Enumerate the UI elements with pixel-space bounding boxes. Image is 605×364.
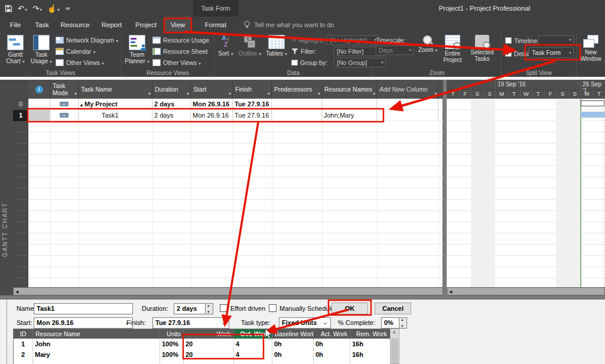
timeline-checkbox[interactable] xyxy=(505,37,512,44)
task-mode-cell[interactable] xyxy=(50,110,79,121)
add-new-cell[interactable] xyxy=(377,110,438,121)
timeline-checkbox-row[interactable]: Timeline xyxy=(505,35,537,46)
resource-id-cell[interactable]: 2 xyxy=(14,349,33,360)
team-planner-button[interactable]: Team Planner xyxy=(124,35,150,65)
info-cell[interactable] xyxy=(28,99,50,110)
summary-task-bar[interactable] xyxy=(581,100,604,106)
resource-names-cell[interactable] xyxy=(322,99,377,110)
cancel-button[interactable]: Cancel xyxy=(375,303,411,314)
redo-icon[interactable]: ↷▾ xyxy=(32,4,42,13)
highlight-control[interactable]: ✎ Highlight: [No Highlight] xyxy=(291,35,379,45)
finish-dropdown[interactable]: Tue 27.9.16 xyxy=(152,317,229,329)
new-window-button[interactable]: New Window xyxy=(578,35,604,62)
start-dropdown[interactable]: Mon 26.9.16 xyxy=(34,317,133,329)
column-header-start[interactable]: Start▾ xyxy=(191,80,233,99)
ok-button[interactable]: OK xyxy=(331,303,368,314)
other-resource-views-button[interactable]: Other Views xyxy=(152,57,201,67)
percent-complete-spinner[interactable] xyxy=(399,317,407,329)
add-new-cell[interactable] xyxy=(377,99,438,110)
details-view-dropdown[interactable]: Task Form xyxy=(529,47,574,58)
resource-row-empty[interactable] xyxy=(14,360,391,364)
calendar-button[interactable]: Calendar xyxy=(56,46,96,56)
predecessors-cell[interactable] xyxy=(272,99,322,110)
task-name-input[interactable]: Task1 xyxy=(34,303,133,314)
resource-sheet-button[interactable]: Resource Sheet xyxy=(152,46,207,56)
table-row[interactable]: ▴My Project 2 days Mon 26.9.16 Tue 27.9.… xyxy=(28,99,443,110)
task-mode-cell[interactable] xyxy=(50,99,79,110)
column-header-predecessors[interactable]: Predecessors▾ xyxy=(272,80,322,99)
column-header-task-name[interactable]: Task Name▾ xyxy=(79,80,152,99)
column-header-task-mode[interactable]: Task Mode▾ xyxy=(50,80,79,99)
rem-work-cell[interactable]: 16h xyxy=(350,349,389,360)
gantt-horizontal-scrollbar[interactable] xyxy=(447,287,605,295)
task-name-cell[interactable]: Task1 xyxy=(79,110,152,121)
tab-file[interactable]: File xyxy=(4,17,27,33)
finish-cell[interactable]: Tue 27.9.16 xyxy=(233,110,272,121)
effort-driven-checkbox[interactable] xyxy=(220,304,227,312)
filter-chevron-icon[interactable]: ▾ xyxy=(434,90,437,98)
resource-grid-scrollbar[interactable] xyxy=(390,329,399,364)
timescale-header[interactable]: 19 Sep '16 26 Sep '1 T F S S M T W T F S… xyxy=(447,80,605,99)
tab-task[interactable]: Task xyxy=(30,17,54,33)
filter-chevron-icon[interactable]: ▾ xyxy=(268,90,270,98)
act-work-cell[interactable]: 0h xyxy=(314,339,350,349)
percent-complete-input[interactable]: 0% xyxy=(381,317,399,329)
tab-view[interactable]: View xyxy=(165,17,191,33)
baseline-work-cell[interactable]: 0h xyxy=(272,339,314,349)
filter-chevron-icon[interactable]: ▾ xyxy=(74,90,77,98)
filter-chevron-icon[interactable]: ▾ xyxy=(187,90,189,98)
resource-usage-button[interactable]: Resource Usage xyxy=(152,35,209,45)
task-bar[interactable] xyxy=(581,112,605,118)
task-usage-button[interactable]: Task Usage xyxy=(28,35,54,65)
column-header-add-new[interactable]: Add New Column▾ xyxy=(377,80,438,99)
table-horizontal-scrollbar[interactable] xyxy=(13,287,443,295)
outline-button[interactable]: Outline xyxy=(237,35,263,57)
baseline-work-cell[interactable]: 0h xyxy=(272,349,314,360)
task-name-cell[interactable]: ▴My Project xyxy=(79,99,152,110)
predecessors-cell[interactable] xyxy=(272,110,322,121)
manually-scheduled-checkbox[interactable] xyxy=(269,304,277,312)
tell-me-box[interactable]: Tell me what you want to do xyxy=(243,17,334,33)
customize-qat-icon[interactable]: ≂ xyxy=(65,5,70,12)
resource-row[interactable]: 1 John 100% 20 4 0h 0h 16h xyxy=(14,339,391,349)
sort-button[interactable]: A↓Z Sort xyxy=(216,35,236,57)
timeline-view-dropdown[interactable] xyxy=(538,35,574,45)
resource-names-cell[interactable]: John;Mary xyxy=(322,110,377,121)
column-header-duration[interactable]: Duration▾ xyxy=(152,80,191,99)
task-type-dropdown[interactable]: Fixed Units xyxy=(279,317,331,329)
work-cell[interactable]: 20 xyxy=(184,339,234,349)
filter-control[interactable]: Filter: [No Filter] xyxy=(291,46,316,56)
row-id-1[interactable]: 1 xyxy=(13,110,28,121)
resource-name-cell[interactable]: John xyxy=(33,339,160,349)
rem-work-cell[interactable]: 16h xyxy=(350,339,389,349)
duration-input[interactable]: 2 days xyxy=(174,303,206,314)
column-header-resource-names[interactable]: Resource Names▾ xyxy=(322,80,377,99)
duration-cell[interactable]: 2 days xyxy=(152,99,191,110)
row-id-0[interactable]: 0 xyxy=(13,99,28,110)
highlight-dropdown[interactable]: [No Highlight] xyxy=(327,35,379,45)
act-work-cell[interactable]: 0h xyxy=(314,349,350,360)
column-header-info[interactable]: i xyxy=(28,80,50,99)
work-cell[interactable]: 20 xyxy=(184,349,234,360)
start-cell[interactable]: Mon 26.9.16 xyxy=(191,110,233,121)
timescale-dropdown[interactable]: Days xyxy=(376,46,414,55)
column-header-finish[interactable]: Finish▾ xyxy=(233,80,272,99)
horizontal-split-bar[interactable] xyxy=(0,295,605,300)
duration-spinner[interactable] xyxy=(205,303,213,314)
table-row[interactable]: Task1 2 days Mon 26.9.16 Tue 27.9.16 Joh… xyxy=(28,110,443,121)
resource-name-cell[interactable]: Mary xyxy=(33,349,160,360)
zoom-button[interactable]: Zoom xyxy=(418,35,438,54)
finish-cell[interactable]: Tue 27.9.16 xyxy=(233,99,272,110)
selected-tasks-button[interactable]: Selected Tasks xyxy=(467,35,497,62)
tab-report[interactable]: Report xyxy=(96,17,128,33)
ovt-work-cell[interactable]: 4 xyxy=(234,339,272,349)
tab-resource[interactable]: Resource xyxy=(57,17,93,33)
duration-cell[interactable]: 2 days xyxy=(152,110,191,121)
resource-row[interactable]: 2 Mary 100% 20 4 0h 0h 16h xyxy=(14,349,391,360)
info-cell[interactable] xyxy=(28,110,50,121)
tables-button[interactable]: Tables xyxy=(264,35,289,57)
entire-project-button[interactable]: Entire Project xyxy=(439,35,466,63)
units-cell[interactable]: 100% xyxy=(160,349,184,360)
ovt-work-cell[interactable]: 4 xyxy=(234,349,272,360)
group-by-control[interactable]: Group by: [No Group] xyxy=(291,57,327,67)
